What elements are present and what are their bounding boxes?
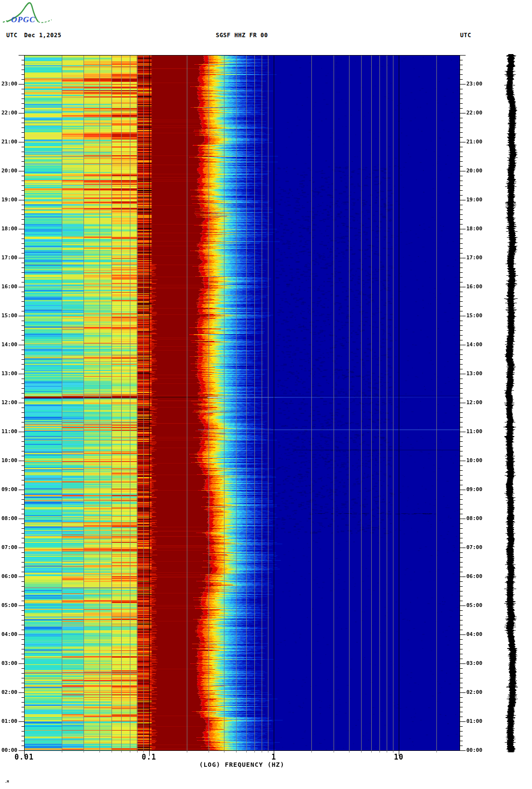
x-tick-label: 0.01 bbox=[14, 753, 34, 761]
y-tick-label: 13:00 bbox=[0, 371, 17, 377]
y-tick-label: 07:00 bbox=[0, 545, 17, 550]
y-tick-label: 15:00 bbox=[466, 313, 482, 319]
utc-label-left: UTC bbox=[6, 32, 17, 39]
y-tick-label: 22:00 bbox=[466, 110, 482, 116]
y-tick-label: 11:00 bbox=[466, 429, 482, 435]
y-tick-label: 23:00 bbox=[466, 81, 482, 87]
y-tick-label: 09:00 bbox=[0, 487, 17, 493]
y-tick-label: 11:00 bbox=[0, 429, 17, 435]
y-tick-label: 20:00 bbox=[466, 168, 482, 174]
x-tick-label: 1 bbox=[271, 753, 276, 761]
y-tick-label: 14:00 bbox=[466, 342, 482, 348]
y-tick-label: 06:00 bbox=[466, 574, 482, 579]
opgc-logo: OPGC bbox=[2, 0, 55, 28]
y-tick-label: 20:00 bbox=[0, 168, 17, 174]
spectrogram-canvas bbox=[24, 55, 460, 750]
y-tick-label: 16:00 bbox=[466, 284, 482, 290]
x-tick-label: 10 bbox=[394, 753, 404, 761]
y-tick-label: 13:00 bbox=[466, 371, 482, 377]
y-tick-label: 02:00 bbox=[466, 690, 482, 695]
logo-ridge-dash-left bbox=[3, 21, 7, 22]
y-tick-label: 00:00 bbox=[466, 747, 482, 753]
y-tick-label: 08:00 bbox=[466, 516, 482, 521]
y-tick-label: 23:00 bbox=[0, 81, 17, 87]
utc-label-right: UTC bbox=[460, 32, 471, 39]
page: OPGC UTC Dec 1,2025 SGSF HHZ FR 00 UTC 2… bbox=[0, 0, 532, 789]
y-tick-label: 07:00 bbox=[466, 545, 482, 550]
y-tick-label: 19:00 bbox=[466, 197, 482, 203]
y-tick-label: 06:00 bbox=[0, 574, 17, 579]
y-tick-label: 08:00 bbox=[0, 516, 17, 521]
y-tick-label: 18:00 bbox=[0, 226, 17, 232]
y-tick-label: 10:00 bbox=[0, 458, 17, 464]
logo-ridge-dash-right bbox=[38, 20, 52, 23]
y-tick-label: 01:00 bbox=[0, 719, 17, 724]
corner-mark: .M bbox=[5, 780, 9, 784]
y-tick-label: 17:00 bbox=[0, 255, 17, 261]
y-tick-label: 16:00 bbox=[0, 284, 17, 290]
y-tick-label: 10:00 bbox=[466, 458, 482, 464]
y-tick-label: 21:00 bbox=[466, 139, 482, 145]
y-tick-label: 15:00 bbox=[0, 313, 17, 319]
y-tick-label: 17:00 bbox=[466, 255, 482, 261]
y-tick-label: 01:00 bbox=[466, 719, 482, 724]
y-tick-label: 04:00 bbox=[0, 632, 17, 637]
y-tick-label: 02:00 bbox=[0, 690, 17, 695]
y-tick-label: 04:00 bbox=[466, 632, 482, 637]
y-tick-label: 14:00 bbox=[0, 342, 17, 348]
y-tick-label: 09:00 bbox=[466, 487, 482, 493]
y-tick-label: 03:00 bbox=[466, 661, 482, 666]
y-tick-label: 05:00 bbox=[0, 603, 17, 608]
plot-title: SGSF HHZ FR 00 bbox=[24, 32, 460, 39]
x-axis-title: (LOG) FREQUENCY (HZ) bbox=[24, 761, 460, 768]
y-tick-label: 05:00 bbox=[466, 603, 482, 608]
logo-text: OPGC bbox=[11, 15, 35, 24]
y-tick-label: 22:00 bbox=[0, 110, 17, 116]
seismogram-trace-canvas bbox=[502, 54, 519, 752]
y-tick-label: 03:00 bbox=[0, 661, 17, 666]
y-tick-label: 19:00 bbox=[0, 197, 17, 203]
y-tick-label: 18:00 bbox=[466, 226, 482, 232]
y-tick-label: 21:00 bbox=[0, 139, 17, 145]
y-tick-label: 12:00 bbox=[0, 400, 17, 406]
y-tick-label: 12:00 bbox=[466, 400, 482, 406]
x-tick-label: 0.1 bbox=[142, 753, 156, 761]
